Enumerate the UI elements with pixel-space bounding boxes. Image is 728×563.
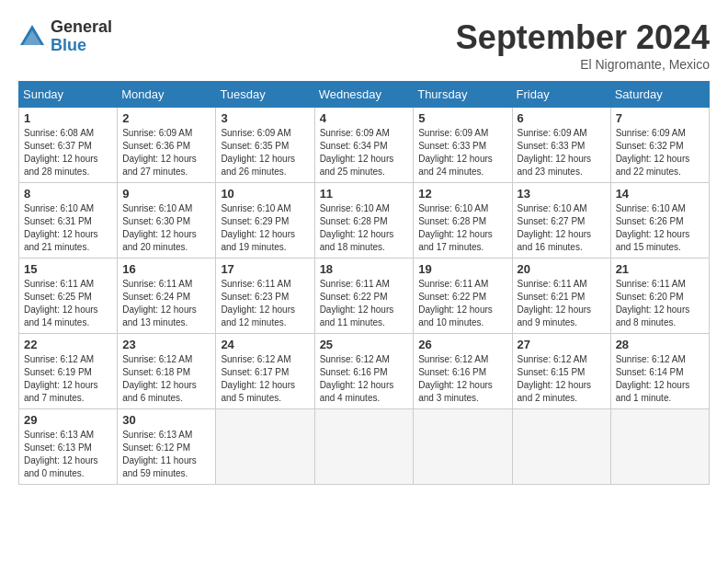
day-info: Sunrise: 6:09 AM Sunset: 6:32 PM Dayligh… [616,127,704,178]
day-number: 3 [221,111,309,125]
calendar-cell: 25Sunrise: 6:12 AM Sunset: 6:16 PM Dayli… [314,334,414,409]
column-header-saturday: Saturday [610,82,709,108]
logo-blue: Blue [51,37,112,55]
calendar-cell [216,409,314,485]
day-number: 14 [616,187,704,201]
day-info: Sunrise: 6:11 AM Sunset: 6:25 PM Dayligh… [24,278,112,329]
calendar-cell: 22Sunrise: 6:12 AM Sunset: 6:19 PM Dayli… [19,334,118,409]
location: El Nigromante, Mexico [456,57,710,72]
day-info: Sunrise: 6:12 AM Sunset: 6:19 PM Dayligh… [24,353,112,405]
calendar-cell [512,409,610,485]
day-number: 4 [320,111,409,125]
day-info: Sunrise: 6:09 AM Sunset: 6:34 PM Dayligh… [320,127,409,178]
calendar-cell: 8Sunrise: 6:10 AM Sunset: 6:31 PM Daylig… [19,183,118,259]
day-number: 25 [320,338,409,351]
calendar-cell: 5Sunrise: 6:09 AM Sunset: 6:33 PM Daylig… [414,108,512,183]
day-number: 12 [418,187,506,201]
day-info: Sunrise: 6:10 AM Sunset: 6:29 PM Dayligh… [221,202,309,254]
calendar-cell: 26Sunrise: 6:12 AM Sunset: 6:16 PM Dayli… [414,334,512,409]
calendar-cell: 18Sunrise: 6:11 AM Sunset: 6:22 PM Dayli… [314,259,414,334]
day-number: 11 [320,187,409,201]
column-header-thursday: Thursday [414,82,512,108]
day-info: Sunrise: 6:11 AM Sunset: 6:22 PM Dayligh… [418,278,506,329]
calendar-cell: 12Sunrise: 6:10 AM Sunset: 6:28 PM Dayli… [414,183,512,259]
day-number: 18 [320,262,409,276]
day-info: Sunrise: 6:10 AM Sunset: 6:28 PM Dayligh… [418,202,506,254]
day-number: 10 [221,187,309,201]
column-header-friday: Friday [512,82,610,108]
day-info: Sunrise: 6:11 AM Sunset: 6:21 PM Dayligh… [518,278,606,329]
calendar-cell: 11Sunrise: 6:10 AM Sunset: 6:28 PM Dayli… [314,183,414,259]
calendar-table: SundayMondayTuesdayWednesdayThursdayFrid… [18,81,710,485]
day-number: 19 [418,262,506,276]
day-info: Sunrise: 6:12 AM Sunset: 6:16 PM Dayligh… [320,353,409,405]
calendar-cell: 17Sunrise: 6:11 AM Sunset: 6:23 PM Dayli… [216,259,314,334]
column-header-wednesday: Wednesday [314,82,414,108]
day-info: Sunrise: 6:13 AM Sunset: 6:12 PM Dayligh… [122,429,210,480]
calendar-cell: 16Sunrise: 6:11 AM Sunset: 6:24 PM Dayli… [118,259,216,334]
day-info: Sunrise: 6:10 AM Sunset: 6:27 PM Dayligh… [518,202,606,254]
day-number: 27 [518,338,606,351]
calendar-cell: 28Sunrise: 6:12 AM Sunset: 6:14 PM Dayli… [610,334,709,409]
day-info: Sunrise: 6:09 AM Sunset: 6:35 PM Dayligh… [221,127,309,178]
day-info: Sunrise: 6:12 AM Sunset: 6:17 PM Dayligh… [221,353,309,405]
calendar-cell: 30Sunrise: 6:13 AM Sunset: 6:12 PM Dayli… [118,409,216,485]
day-info: Sunrise: 6:12 AM Sunset: 6:15 PM Dayligh… [518,353,606,405]
logo-icon [18,23,46,51]
calendar-cell: 15Sunrise: 6:11 AM Sunset: 6:25 PM Dayli… [19,259,118,334]
day-number: 22 [24,338,112,351]
calendar-cell: 10Sunrise: 6:10 AM Sunset: 6:29 PM Dayli… [216,183,314,259]
calendar-week-row: 1Sunrise: 6:08 AM Sunset: 6:37 PM Daylig… [19,108,710,183]
logo-general: General [51,18,112,37]
calendar-cell: 9Sunrise: 6:10 AM Sunset: 6:30 PM Daylig… [118,183,216,259]
calendar-cell: 13Sunrise: 6:10 AM Sunset: 6:27 PM Dayli… [512,183,610,259]
day-info: Sunrise: 6:11 AM Sunset: 6:22 PM Dayligh… [320,278,409,329]
calendar-cell: 1Sunrise: 6:08 AM Sunset: 6:37 PM Daylig… [19,108,118,183]
page-header: General Blue September 2024 El Nigromant… [18,18,710,72]
column-header-monday: Monday [118,82,216,108]
calendar-week-row: 15Sunrise: 6:11 AM Sunset: 6:25 PM Dayli… [19,259,710,334]
day-info: Sunrise: 6:10 AM Sunset: 6:30 PM Dayligh… [122,202,210,254]
calendar-cell: 24Sunrise: 6:12 AM Sunset: 6:17 PM Dayli… [216,334,314,409]
day-number: 13 [518,187,606,201]
day-info: Sunrise: 6:11 AM Sunset: 6:20 PM Dayligh… [616,278,704,329]
day-info: Sunrise: 6:12 AM Sunset: 6:18 PM Dayligh… [122,353,210,405]
calendar-cell [314,409,414,485]
calendar-cell: 29Sunrise: 6:13 AM Sunset: 6:13 PM Dayli… [19,409,118,485]
day-info: Sunrise: 6:09 AM Sunset: 6:33 PM Dayligh… [518,127,606,178]
day-info: Sunrise: 6:12 AM Sunset: 6:14 PM Dayligh… [616,353,704,405]
day-number: 16 [122,262,210,276]
calendar-cell: 7Sunrise: 6:09 AM Sunset: 6:32 PM Daylig… [610,108,709,183]
day-info: Sunrise: 6:13 AM Sunset: 6:13 PM Dayligh… [24,429,112,480]
day-number: 8 [24,187,112,201]
day-number: 15 [24,262,112,276]
calendar-cell: 19Sunrise: 6:11 AM Sunset: 6:22 PM Dayli… [414,259,512,334]
day-number: 17 [221,262,309,276]
calendar-header-row: SundayMondayTuesdayWednesdayThursdayFrid… [19,82,710,108]
calendar-cell: 20Sunrise: 6:11 AM Sunset: 6:21 PM Dayli… [512,259,610,334]
day-number: 26 [418,338,506,351]
day-info: Sunrise: 6:10 AM Sunset: 6:26 PM Dayligh… [616,202,704,254]
day-number: 24 [221,338,309,351]
month-title: September 2024 [456,18,710,57]
calendar-cell [414,409,512,485]
day-number: 21 [616,262,704,276]
calendar-cell: 3Sunrise: 6:09 AM Sunset: 6:35 PM Daylig… [216,108,314,183]
title-block: September 2024 El Nigromante, Mexico [456,18,710,72]
day-info: Sunrise: 6:11 AM Sunset: 6:24 PM Dayligh… [122,278,210,329]
calendar-cell: 23Sunrise: 6:12 AM Sunset: 6:18 PM Dayli… [118,334,216,409]
day-info: Sunrise: 6:09 AM Sunset: 6:36 PM Dayligh… [122,127,210,178]
day-info: Sunrise: 6:08 AM Sunset: 6:37 PM Dayligh… [24,127,112,178]
calendar-cell: 6Sunrise: 6:09 AM Sunset: 6:33 PM Daylig… [512,108,610,183]
calendar-week-row: 8Sunrise: 6:10 AM Sunset: 6:31 PM Daylig… [19,183,710,259]
calendar-cell: 14Sunrise: 6:10 AM Sunset: 6:26 PM Dayli… [610,183,709,259]
column-header-sunday: Sunday [19,82,118,108]
day-number: 1 [24,111,112,125]
day-number: 28 [616,338,704,351]
day-number: 2 [122,111,210,125]
day-number: 7 [616,111,704,125]
day-number: 30 [122,413,210,427]
day-info: Sunrise: 6:12 AM Sunset: 6:16 PM Dayligh… [418,353,506,405]
day-number: 6 [518,111,606,125]
day-number: 5 [418,111,506,125]
